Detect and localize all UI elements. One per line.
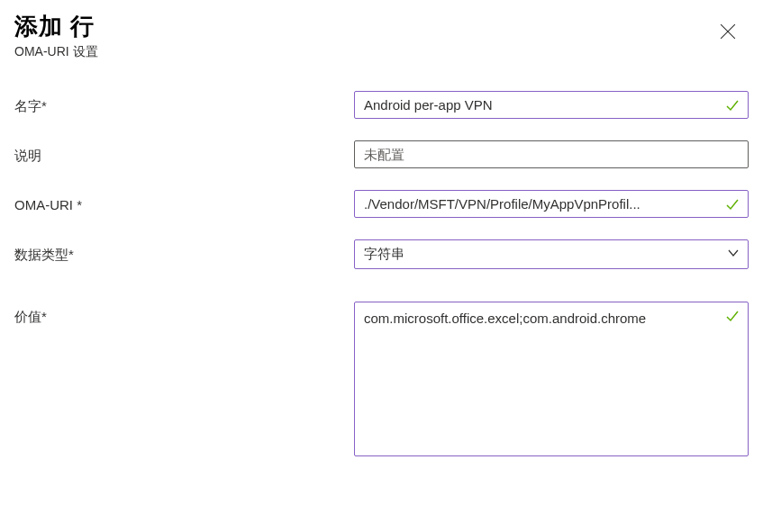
field-omauri: OMA-URI *	[14, 190, 749, 218]
close-icon	[720, 29, 736, 42]
value-textarea[interactable]	[354, 302, 749, 456]
description-input[interactable]	[354, 140, 749, 168]
field-name: 名字*	[14, 91, 749, 119]
datatype-label: 数据类型*	[14, 239, 354, 264]
field-description: 说明	[14, 140, 749, 168]
panel-subtitle: OMA-URI 设置	[14, 44, 749, 60]
panel-title: 添加 行	[14, 11, 749, 42]
omauri-input[interactable]	[354, 190, 749, 218]
close-button[interactable]	[716, 20, 740, 46]
name-label: 名字*	[14, 91, 354, 115]
value-label: 价值*	[14, 302, 354, 326]
datatype-select[interactable]: 字符串	[354, 239, 749, 269]
name-input[interactable]	[354, 91, 749, 119]
field-value: 价值*	[14, 302, 749, 460]
panel-header: 添加 行 OMA-URI 设置	[14, 11, 749, 60]
omauri-label: OMA-URI *	[14, 190, 354, 212]
description-label: 说明	[14, 140, 354, 165]
field-datatype: 数据类型* 字符串	[14, 239, 749, 269]
